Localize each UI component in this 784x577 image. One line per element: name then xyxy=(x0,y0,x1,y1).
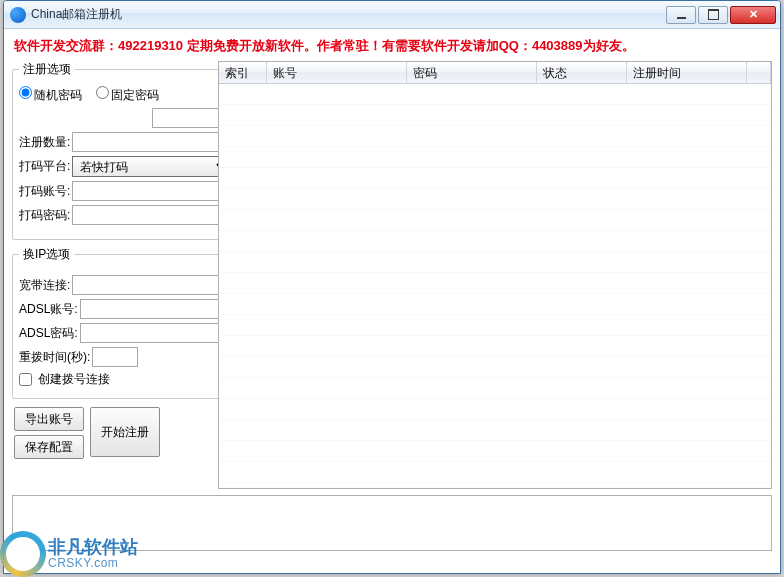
dama-pw-label: 打码密码: xyxy=(19,207,70,224)
redial-label: 重拨时间(秒): xyxy=(19,349,90,366)
ip-options-group: 换IP选项 宽带连接: ADSL账号: ADSL密码: 重拨时间(秒): 创建拨… xyxy=(12,246,245,399)
watermark: 非凡软件站 CRSKY.com xyxy=(0,531,138,577)
app-icon xyxy=(10,7,26,23)
grid-col-header[interactable]: 状态 xyxy=(537,62,627,83)
qty-label: 注册数量: xyxy=(19,134,70,151)
left-panel: 注册选项 随机密码 固定密码 注册数量: 打码平台:若快打码 打码账号: 打码密… xyxy=(12,61,212,489)
watermark-cn: 非凡软件站 xyxy=(48,538,138,558)
ip-options-legend: 换IP选项 xyxy=(19,246,74,263)
radio-fixed-password[interactable]: 固定密码 xyxy=(96,86,159,104)
adsl-pw-label: ADSL密码: xyxy=(19,325,78,342)
action-buttons: 导出账号 保存配置 开始注册 xyxy=(12,405,212,459)
close-button[interactable] xyxy=(730,6,776,24)
grid-header: 索引账号密码状态注册时间 xyxy=(219,62,771,84)
grid-col-header[interactable]: 账号 xyxy=(267,62,407,83)
start-register-button[interactable]: 开始注册 xyxy=(90,407,160,457)
broadband-input[interactable] xyxy=(72,275,237,295)
save-config-button[interactable]: 保存配置 xyxy=(14,435,84,459)
window-buttons xyxy=(666,6,778,24)
grid-col-header[interactable]: 注册时间 xyxy=(627,62,747,83)
watermark-en: CRSKY.com xyxy=(48,557,138,570)
create-dial-checkbox[interactable] xyxy=(19,373,32,386)
adsl-pw-input[interactable] xyxy=(80,323,238,343)
app-window: China邮箱注册机 软件开发交流群：492219310 定期免费开放新软件。作… xyxy=(3,0,781,574)
grid-col-header[interactable]: 密码 xyxy=(407,62,537,83)
register-options-group: 注册选项 随机密码 固定密码 注册数量: 打码平台:若快打码 打码账号: 打码密… xyxy=(12,61,237,240)
grid-col-spacer xyxy=(747,62,771,83)
redial-seconds-input[interactable] xyxy=(92,347,138,367)
results-grid[interactable]: 索引账号密码状态注册时间 xyxy=(218,61,772,489)
adsl-user-input[interactable] xyxy=(80,299,238,319)
grid-body[interactable] xyxy=(219,84,771,488)
window-title: China邮箱注册机 xyxy=(31,6,122,23)
captcha-pw-input[interactable] xyxy=(72,205,230,225)
minimize-button[interactable] xyxy=(666,6,696,24)
register-options-legend: 注册选项 xyxy=(19,61,75,78)
captcha-user-input[interactable] xyxy=(72,181,230,201)
captcha-platform-select[interactable]: 若快打码 xyxy=(72,156,230,177)
radio-random-password[interactable]: 随机密码 xyxy=(19,86,82,104)
banner-text: 软件开发交流群：492219310 定期免费开放新软件。作者常驻！有需要软件开发… xyxy=(4,29,780,61)
register-qty-input[interactable] xyxy=(72,132,230,152)
maximize-button[interactable] xyxy=(698,6,728,24)
dama-user-label: 打码账号: xyxy=(19,183,70,200)
create-dial-label: 创建拨号连接 xyxy=(38,371,110,388)
watermark-logo-icon xyxy=(0,531,46,577)
platform-label: 打码平台: xyxy=(19,158,70,175)
adsl-user-label: ADSL账号: xyxy=(19,301,78,318)
grid-col-header[interactable]: 索引 xyxy=(219,62,267,83)
export-accounts-button[interactable]: 导出账号 xyxy=(14,407,84,431)
broadband-label: 宽带连接: xyxy=(19,277,70,294)
titlebar[interactable]: China邮箱注册机 xyxy=(4,1,780,29)
